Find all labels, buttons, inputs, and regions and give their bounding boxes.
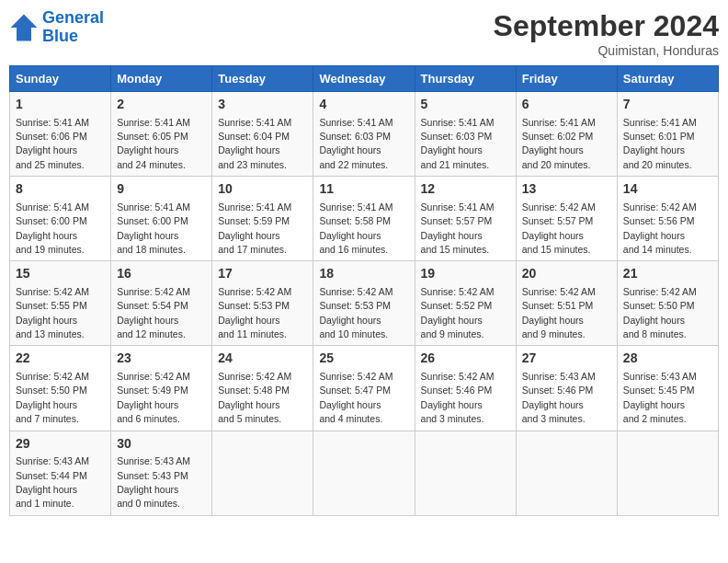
day-number: 16 [117,265,206,283]
day-info: Sunrise: 5:42 AMSunset: 5:53 PMDaylight … [319,286,392,339]
day-info: Sunrise: 5:41 AMSunset: 6:02 PMDaylight … [522,117,596,170]
day-number: 9 [117,180,206,199]
calendar-cell: 22 Sunrise: 5:42 AMSunset: 5:50 PMDaylig… [10,346,111,431]
calendar-cell: 7 Sunrise: 5:41 AMSunset: 6:01 PMDayligh… [617,92,718,177]
calendar-row: 8 Sunrise: 5:41 AMSunset: 6:00 PMDayligh… [10,177,719,261]
day-info: Sunrise: 5:41 AMSunset: 6:03 PMDaylight … [319,117,392,170]
calendar-table: Sunday Monday Tuesday Wednesday Thursday… [9,65,719,516]
day-info: Sunrise: 5:41 AMSunset: 6:01 PMDaylight … [623,117,697,170]
col-thursday: Thursday [415,66,516,92]
day-info: Sunrise: 5:43 AMSunset: 5:43 PMDaylight … [117,455,190,509]
day-number: 1 [16,96,105,114]
day-number: 28 [623,350,712,368]
calendar-cell: 18 Sunrise: 5:42 AMSunset: 5:53 PMDaylig… [313,261,415,346]
calendar-cell: 11 Sunrise: 5:41 AMSunset: 5:58 PMDaylig… [313,177,415,261]
svg-marker-0 [11,14,38,40]
calendar-cell [212,431,313,515]
day-info: Sunrise: 5:43 AMSunset: 5:45 PMDaylight … [623,371,697,424]
day-number: 7 [623,96,712,114]
day-info: Sunrise: 5:41 AMSunset: 6:05 PMDaylight … [117,117,190,170]
calendar-cell [617,431,718,515]
day-info: Sunrise: 5:42 AMSunset: 5:46 PMDaylight … [421,371,495,424]
day-number: 26 [421,350,510,368]
calendar-cell: 12 Sunrise: 5:41 AMSunset: 5:57 PMDaylig… [415,177,516,261]
calendar-cell: 13 Sunrise: 5:42 AMSunset: 5:57 PMDaylig… [516,177,617,261]
day-info: Sunrise: 5:42 AMSunset: 5:50 PMDaylight … [623,286,697,339]
calendar-cell: 30 Sunrise: 5:43 AMSunset: 5:43 PMDaylig… [111,431,212,515]
day-number: 12 [421,180,510,199]
day-info: Sunrise: 5:42 AMSunset: 5:48 PMDaylight … [218,371,291,424]
day-info: Sunrise: 5:41 AMSunset: 6:00 PMDaylight … [117,201,190,255]
calendar-cell: 26 Sunrise: 5:42 AMSunset: 5:46 PMDaylig… [415,346,516,431]
calendar-row: 29 Sunrise: 5:43 AMSunset: 5:44 PMDaylig… [10,431,719,515]
col-tuesday: Tuesday [212,66,313,92]
day-number: 30 [117,435,206,454]
day-info: Sunrise: 5:41 AMSunset: 5:58 PMDaylight … [319,201,392,255]
day-number: 25 [319,350,408,368]
logo: General Blue [9,9,104,46]
day-info: Sunrise: 5:42 AMSunset: 5:55 PMDaylight … [16,286,89,339]
calendar-cell: 5 Sunrise: 5:41 AMSunset: 6:03 PMDayligh… [415,92,516,177]
day-info: Sunrise: 5:43 AMSunset: 5:46 PMDaylight … [522,371,596,424]
day-number: 2 [117,96,206,114]
col-sunday: Sunday [10,66,111,92]
day-number: 13 [522,180,611,199]
calendar-cell: 6 Sunrise: 5:41 AMSunset: 6:02 PMDayligh… [516,92,617,177]
day-info: Sunrise: 5:42 AMSunset: 5:57 PMDaylight … [522,201,596,255]
calendar-cell: 20 Sunrise: 5:42 AMSunset: 5:51 PMDaylig… [516,261,617,346]
col-wednesday: Wednesday [313,66,415,92]
calendar-cell: 28 Sunrise: 5:43 AMSunset: 5:45 PMDaylig… [617,346,718,431]
day-info: Sunrise: 5:42 AMSunset: 5:50 PMDaylight … [16,371,89,424]
day-number: 14 [623,180,712,199]
day-info: Sunrise: 5:41 AMSunset: 5:57 PMDaylight … [421,201,495,255]
day-number: 6 [522,96,611,114]
calendar-cell: 15 Sunrise: 5:42 AMSunset: 5:55 PMDaylig… [10,261,111,346]
calendar-cell: 9 Sunrise: 5:41 AMSunset: 6:00 PMDayligh… [111,177,212,261]
month-title: September 2024 [494,9,719,43]
calendar-header-row: Sunday Monday Tuesday Wednesday Thursday… [10,66,719,92]
calendar-cell: 23 Sunrise: 5:42 AMSunset: 5:49 PMDaylig… [111,346,212,431]
day-info: Sunrise: 5:42 AMSunset: 5:54 PMDaylight … [117,286,190,339]
day-number: 8 [16,180,105,199]
day-number: 27 [522,350,611,368]
title-block: September 2024 Quimistan, Honduras [494,9,719,58]
day-number: 18 [319,265,408,283]
day-number: 5 [421,96,510,114]
col-monday: Monday [111,66,212,92]
logo-icon [9,13,39,42]
calendar-cell: 3 Sunrise: 5:41 AMSunset: 6:04 PMDayligh… [212,92,313,177]
day-info: Sunrise: 5:41 AMSunset: 6:00 PMDaylight … [16,201,89,255]
calendar-cell: 17 Sunrise: 5:42 AMSunset: 5:53 PMDaylig… [212,261,313,346]
col-friday: Friday [516,66,617,92]
day-number: 4 [319,96,408,114]
calendar-row: 22 Sunrise: 5:42 AMSunset: 5:50 PMDaylig… [10,346,719,431]
calendar-cell: 14 Sunrise: 5:42 AMSunset: 5:56 PMDaylig… [617,177,718,261]
calendar-cell: 21 Sunrise: 5:42 AMSunset: 5:50 PMDaylig… [617,261,718,346]
location: Quimistan, Honduras [494,43,719,58]
day-number: 20 [522,265,611,283]
calendar-cell: 29 Sunrise: 5:43 AMSunset: 5:44 PMDaylig… [10,431,111,515]
day-number: 29 [16,435,105,454]
calendar-cell: 16 Sunrise: 5:42 AMSunset: 5:54 PMDaylig… [111,261,212,346]
day-number: 24 [218,350,307,368]
calendar-cell [313,431,415,515]
day-info: Sunrise: 5:42 AMSunset: 5:49 PMDaylight … [117,371,190,424]
day-number: 10 [218,180,307,199]
day-info: Sunrise: 5:43 AMSunset: 5:44 PMDaylight … [16,455,89,509]
calendar-cell [516,431,617,515]
calendar-cell: 27 Sunrise: 5:43 AMSunset: 5:46 PMDaylig… [516,346,617,431]
calendar-cell: 24 Sunrise: 5:42 AMSunset: 5:48 PMDaylig… [212,346,313,431]
col-saturday: Saturday [617,66,718,92]
page-header: General Blue September 2024 Quimistan, H… [9,9,719,58]
calendar-row: 1 Sunrise: 5:41 AMSunset: 6:06 PMDayligh… [10,92,719,177]
day-info: Sunrise: 5:41 AMSunset: 6:03 PMDaylight … [421,117,495,170]
calendar-cell: 10 Sunrise: 5:41 AMSunset: 5:59 PMDaylig… [212,177,313,261]
calendar-cell: 19 Sunrise: 5:42 AMSunset: 5:52 PMDaylig… [415,261,516,346]
day-info: Sunrise: 5:41 AMSunset: 6:04 PMDaylight … [218,117,291,170]
day-info: Sunrise: 5:42 AMSunset: 5:53 PMDaylight … [218,286,291,339]
day-number: 17 [218,265,307,283]
day-number: 22 [16,350,105,368]
calendar-row: 15 Sunrise: 5:42 AMSunset: 5:55 PMDaylig… [10,261,719,346]
day-info: Sunrise: 5:41 AMSunset: 5:59 PMDaylight … [218,201,291,255]
day-info: Sunrise: 5:42 AMSunset: 5:56 PMDaylight … [623,201,697,255]
